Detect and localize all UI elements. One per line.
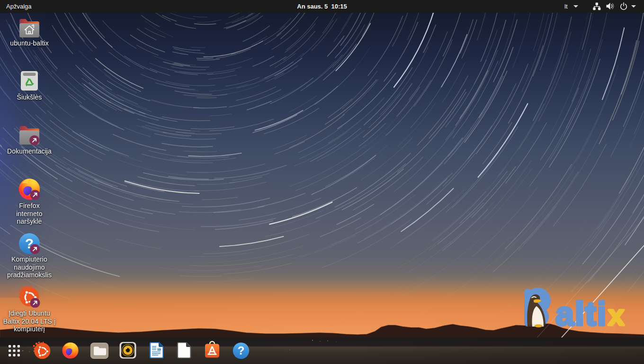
svg-text:alti: alti — [555, 295, 607, 331]
svg-text:x: x — [608, 299, 625, 331]
